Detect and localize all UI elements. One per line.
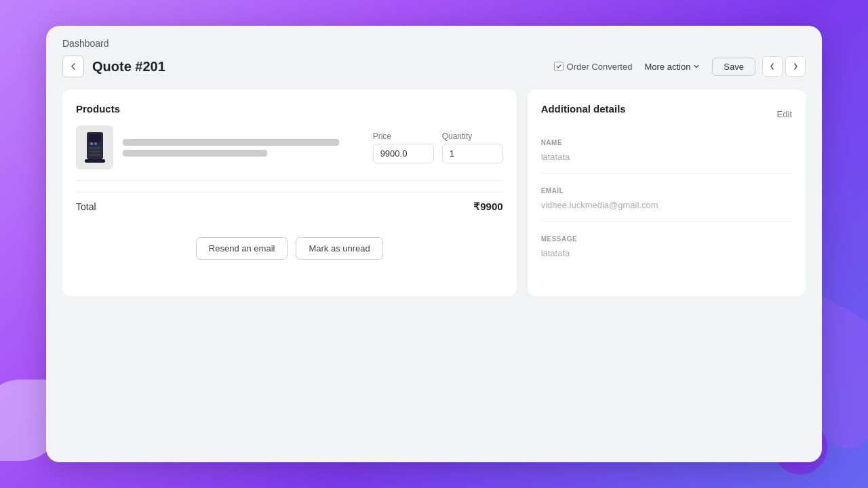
main-card: Dashboard Quote #201 xyxy=(46,26,822,462)
svg-rect-7 xyxy=(85,159,105,163)
name-value: latatata xyxy=(541,152,792,162)
order-converted-badge: Order Converted xyxy=(554,62,633,72)
mark-unread-button[interactable]: Mark as unread xyxy=(296,237,382,260)
products-title: Products xyxy=(76,103,503,115)
next-arrow-icon xyxy=(793,63,798,70)
message-value: latatata xyxy=(541,248,792,258)
message-field: MESSAGE latatata xyxy=(541,235,792,269)
check-icon xyxy=(556,64,561,69)
quote-title: Quote #201 xyxy=(92,59,165,75)
email-label: EMAIL xyxy=(541,187,792,195)
quote-header-left: Quote #201 xyxy=(62,56,165,77)
message-label: MESSAGE xyxy=(541,235,792,243)
prev-arrow-icon xyxy=(770,63,775,70)
details-header: Additional details Edit xyxy=(541,103,792,125)
two-col-layout: Products xyxy=(62,89,806,296)
price-field-group: Price xyxy=(373,131,434,163)
product-desc-line2 xyxy=(123,150,267,157)
total-row: Total ₹9900 xyxy=(76,192,503,221)
total-label: Total xyxy=(76,201,96,212)
svg-rect-5 xyxy=(89,150,101,152)
total-amount: ₹9900 xyxy=(473,201,502,213)
quote-header-right: Order Converted More action Save xyxy=(554,56,806,77)
action-buttons: Resend an email Mark as unread xyxy=(76,237,503,260)
quantity-label: Quantity xyxy=(442,131,503,141)
svg-point-3 xyxy=(94,142,97,145)
resend-email-button[interactable]: Resend an email xyxy=(196,237,288,260)
quote-header: Quote #201 Order Converted More action xyxy=(62,56,806,77)
product-row: Price Quantity xyxy=(76,125,503,181)
email-value: vidhee.luckmedia@gmail.com xyxy=(541,200,792,210)
more-action-button[interactable]: More action xyxy=(639,59,705,75)
name-label: NAME xyxy=(541,139,792,146)
dashboard-title: Dashboard xyxy=(62,38,109,49)
price-quantity-group: Price Quantity xyxy=(373,131,503,163)
quantity-field-group: Quantity xyxy=(442,131,503,163)
name-field: NAME latatata xyxy=(541,139,792,174)
edit-link[interactable]: Edit xyxy=(777,109,792,119)
save-button[interactable]: Save xyxy=(712,58,755,76)
more-action-label: More action xyxy=(644,62,690,72)
details-title: Additional details xyxy=(541,103,626,115)
email-field: EMAIL vidhee.luckmedia@gmail.com xyxy=(541,187,792,222)
quantity-input[interactable] xyxy=(442,144,503,163)
product-description xyxy=(123,139,363,157)
product-desc-line1 xyxy=(123,139,339,146)
chevron-down-icon xyxy=(693,63,700,70)
price-input[interactable] xyxy=(373,144,434,163)
products-card: Products xyxy=(62,89,517,296)
svg-rect-6 xyxy=(89,154,101,156)
order-converted-label: Order Converted xyxy=(567,62,633,72)
navigation-group xyxy=(762,56,806,77)
back-button[interactable] xyxy=(62,56,84,77)
converted-checkbox-icon xyxy=(554,62,564,71)
content-area: Quote #201 Order Converted More action xyxy=(46,56,822,312)
additional-details-card: Additional details Edit NAME latatata EM… xyxy=(528,89,806,296)
price-label: Price xyxy=(373,131,434,141)
back-arrow-icon xyxy=(70,63,77,70)
product-image xyxy=(76,125,113,169)
product-image-svg xyxy=(81,129,108,166)
dashboard-header: Dashboard xyxy=(46,26,822,56)
svg-rect-4 xyxy=(89,147,101,149)
next-button[interactable] xyxy=(785,56,806,77)
svg-point-2 xyxy=(90,142,93,145)
previous-button[interactable] xyxy=(762,56,783,77)
svg-rect-1 xyxy=(89,134,101,142)
